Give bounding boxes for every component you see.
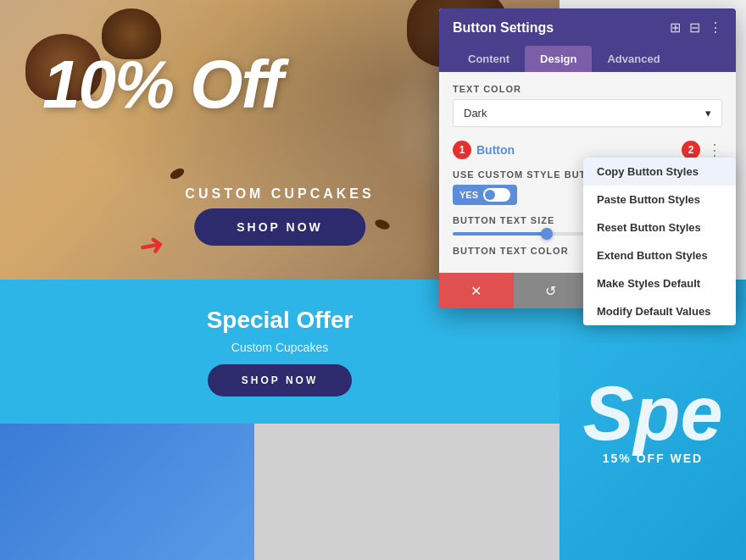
- text-color-value: Dark: [464, 107, 487, 119]
- percent-off-text: 10% Off: [42, 51, 281, 119]
- shop-now-button-top[interactable]: SHOP NOW: [194, 208, 365, 246]
- text-color-select[interactable]: Dark ▾: [453, 99, 722, 127]
- panel-tabs: Content Design Advanced: [453, 46, 722, 72]
- section-more-icon[interactable]: ⋮: [707, 141, 722, 159]
- undo-icon: ↺: [545, 283, 556, 299]
- panel-expand-icon[interactable]: ⊞: [670, 21, 681, 35]
- badge-1: 1: [453, 141, 471, 159]
- panel-title: Button Settings: [453, 20, 554, 36]
- dropdown-item-copy[interactable]: Copy Button Styles: [583, 158, 736, 186]
- spe-text: Spe: [582, 375, 722, 452]
- panel-columns-icon[interactable]: ⊟: [689, 21, 700, 35]
- tab-advanced[interactable]: Advanced: [592, 46, 675, 72]
- select-arrow-icon: ▾: [705, 107, 711, 119]
- badge-2: 2: [682, 141, 700, 159]
- tab-content[interactable]: Content: [453, 46, 525, 72]
- panel-header: Button Settings ⊞ ⊟ ⋮ Content Design Adv…: [439, 8, 736, 72]
- slider-fill: [453, 232, 547, 236]
- dropdown-item-default[interactable]: Make Styles Default: [583, 269, 736, 297]
- dropdown-item-modify[interactable]: Modify Default Values: [583, 297, 736, 325]
- bottom-section: [0, 424, 560, 560]
- bottom-left-image: [0, 424, 254, 560]
- button-section-header: 1 Button 2 ⋮ Copy Button Styles Paste Bu…: [453, 141, 722, 159]
- toggle-yes-text: YES: [459, 190, 478, 200]
- cancel-button[interactable]: ✕: [439, 273, 514, 308]
- cancel-icon: ✕: [470, 283, 482, 299]
- special-offer-subtitle: Custom Cupcakes: [231, 341, 328, 354]
- dropdown-item-extend[interactable]: Extend Button Styles: [583, 241, 736, 269]
- dropdown-item-paste[interactable]: Paste Button Styles: [583, 186, 736, 213]
- text-color-label: Text Color: [453, 84, 722, 94]
- toggle-knob: [485, 190, 495, 200]
- slider-thumb[interactable]: [541, 228, 553, 240]
- panel-body: Text Color Dark ▾ 1 Button 2 ⋮ Copy Butt…: [439, 72, 736, 273]
- special-offer-title: Special Offer: [207, 307, 354, 334]
- button-settings-panel: Button Settings ⊞ ⊟ ⋮ Content Design Adv…: [439, 8, 736, 308]
- dropdown-item-reset[interactable]: Reset Button Styles: [583, 213, 736, 241]
- button-section-label-row: 1 Button: [453, 141, 515, 159]
- bottom-right-area: [254, 424, 560, 560]
- toggle-yes-button[interactable]: YES: [453, 185, 517, 205]
- undo-button[interactable]: ↺: [514, 273, 588, 308]
- panel-more-icon[interactable]: ⋮: [709, 21, 722, 35]
- dropdown-menu: Copy Button Styles Paste Button Styles R…: [583, 158, 736, 325]
- button-section-label: Button: [476, 143, 515, 157]
- shop-now-button-blue[interactable]: SHOP NOW: [208, 364, 352, 396]
- panel-icon-group: ⊞ ⊟ ⋮: [670, 21, 722, 35]
- tab-design[interactable]: Design: [525, 46, 592, 72]
- toggle-switch[interactable]: [483, 188, 510, 202]
